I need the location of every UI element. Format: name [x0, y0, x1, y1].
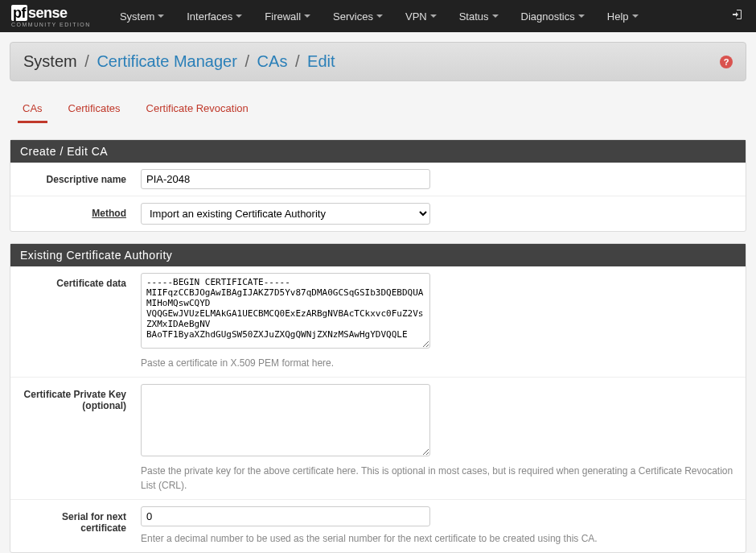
page-header: System / Certificate Manager / CAs / Edi…	[10, 42, 746, 81]
label-cert-data: Certificate data	[20, 273, 141, 289]
panel-create-edit: Create / Edit CA Descriptive name Method…	[10, 139, 746, 232]
help-private-key: Paste the private key for the above cert…	[141, 464, 736, 493]
help-cert-data: Paste a certificate in X.509 PEM format …	[141, 356, 736, 370]
breadcrumb-root[interactable]: System	[23, 52, 77, 70]
brand-logo[interactable]: pfsense COMMUNITY EDITION	[11, 5, 91, 27]
nav-help[interactable]: Help	[596, 2, 650, 31]
breadcrumb-cert-manager[interactable]: Certificate Manager	[97, 52, 237, 70]
nav-vpn[interactable]: VPN	[394, 2, 448, 31]
chevron-down-icon	[492, 14, 499, 18]
tabs: CAs Certificates Certificate Revocation	[10, 96, 746, 123]
chevron-down-icon	[236, 14, 242, 18]
logout-icon[interactable]	[732, 8, 745, 24]
label-private-key: Certificate Private Key (optional)	[20, 384, 141, 411]
tab-certificates[interactable]: Certificates	[64, 96, 125, 123]
breadcrumb: System / Certificate Manager / CAs / Edi…	[23, 52, 335, 71]
chevron-down-icon	[158, 14, 164, 18]
brand-edition: COMMUNITY EDITION	[11, 22, 91, 27]
nav-interfaces[interactable]: Interfaces	[175, 2, 253, 31]
label-method: Method	[20, 203, 141, 219]
input-serial[interactable]	[141, 506, 430, 526]
tab-cert-revocation[interactable]: Certificate Revocation	[142, 96, 253, 123]
nav-system[interactable]: System	[109, 2, 175, 31]
breadcrumb-cas[interactable]: CAs	[257, 52, 288, 70]
select-method[interactable]: Import an existing Certificate Authority	[141, 203, 430, 225]
help-serial: Enter a decimal number to be used as the…	[141, 531, 736, 546]
tab-cas[interactable]: CAs	[18, 96, 47, 123]
label-descriptive-name: Descriptive name	[20, 169, 141, 185]
nav-diagnostics[interactable]: Diagnostics	[510, 2, 596, 31]
chevron-down-icon	[578, 14, 585, 18]
nav-services[interactable]: Services	[322, 2, 394, 31]
chevron-down-icon	[430, 14, 437, 18]
textarea-cert-data[interactable]: -----BEGIN CERTIFICATE----- MIIFqzCCBJOg…	[141, 273, 430, 349]
chevron-down-icon	[632, 14, 639, 18]
panel-existing-ca: Existing Certificate Authority Certifica…	[10, 243, 746, 553]
panel-header-create: Create / Edit CA	[10, 140, 746, 163]
nav-firewall[interactable]: Firewall	[253, 2, 322, 31]
navbar: pfsense COMMUNITY EDITION System Interfa…	[0, 0, 756, 32]
nav-status[interactable]: Status	[448, 2, 510, 31]
input-descriptive-name[interactable]	[141, 169, 430, 189]
chevron-down-icon	[304, 14, 310, 18]
label-serial: Serial for next certificate	[20, 506, 141, 534]
help-icon[interactable]: ?	[720, 56, 733, 68]
panel-header-existing: Existing Certificate Authority	[10, 244, 746, 266]
chevron-down-icon	[376, 14, 383, 18]
breadcrumb-edit[interactable]: Edit	[307, 52, 335, 70]
textarea-private-key[interactable]	[141, 384, 430, 456]
